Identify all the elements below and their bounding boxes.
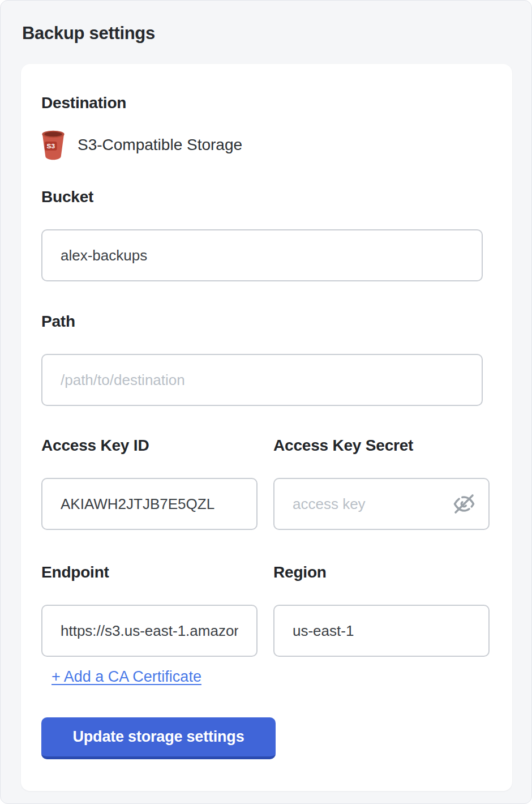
bucket-input[interactable]: [41, 229, 483, 281]
access-keys-row: Access Key ID Access Key Secret: [41, 437, 492, 530]
toggle-secret-visibility-button[interactable]: [453, 494, 475, 514]
endpoint-label: Endpoint: [41, 564, 258, 581]
destination-row: S3 S3-Compatible Storage: [41, 130, 492, 160]
path-label: Path: [41, 313, 492, 330]
s3-bucket-icon: S3: [41, 130, 65, 160]
region-label: Region: [273, 564, 490, 581]
access-key-id-label: Access Key ID: [41, 437, 258, 454]
destination-label: Destination: [41, 95, 492, 112]
access-key-id-field: Access Key ID: [41, 437, 258, 530]
bucket-label: Bucket: [41, 189, 492, 206]
endpoint-region-row: Endpoint Region: [41, 564, 492, 657]
access-key-secret-label: Access Key Secret: [273, 437, 490, 454]
eye-off-icon: [453, 507, 475, 516]
region-field: Region: [273, 564, 490, 657]
destination-value: S3-Compatible Storage: [78, 135, 242, 155]
region-input[interactable]: [273, 605, 490, 657]
backup-settings-page: Backup settings Destination S3 S3-Compat…: [0, 0, 532, 804]
svg-text:S3: S3: [47, 142, 55, 150]
add-ca-certificate-link[interactable]: + Add a CA Certificate: [52, 668, 201, 685]
endpoint-input[interactable]: [41, 605, 258, 657]
access-key-secret-field: Access Key Secret: [273, 437, 490, 530]
backup-settings-card: Destination S3 S3-Compatible Storage Buc…: [21, 64, 512, 791]
endpoint-field: Endpoint: [41, 564, 258, 657]
page-title: Backup settings: [1, 1, 531, 44]
access-key-id-input[interactable]: [41, 478, 258, 530]
update-storage-settings-button[interactable]: Update storage settings: [41, 717, 276, 759]
path-input[interactable]: [41, 354, 483, 406]
